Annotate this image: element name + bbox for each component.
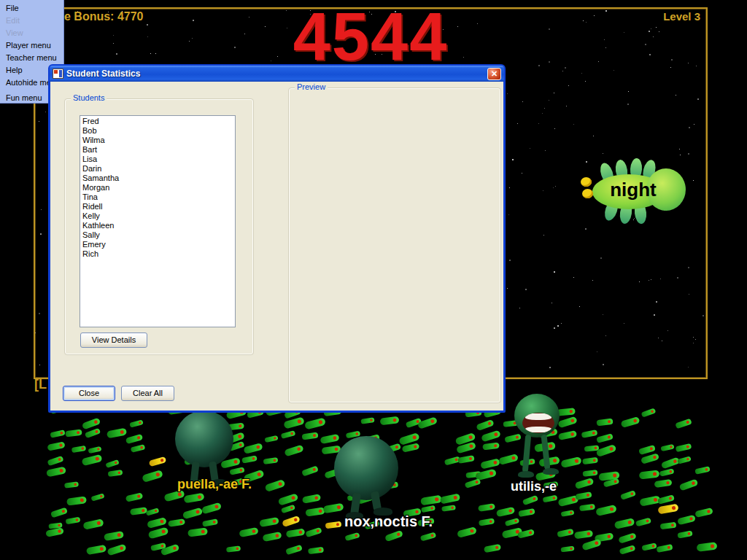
student-list-item[interactable]: Rich (82, 249, 235, 259)
swarm-bug (579, 504, 595, 512)
student-list-item[interactable]: Fred (82, 117, 235, 126)
swarm-bug (304, 417, 326, 429)
creature-leg (541, 435, 551, 470)
swarm-bug (283, 416, 305, 429)
star (677, 277, 678, 279)
star (695, 339, 696, 340)
student-list-item[interactable]: Ridell (82, 202, 235, 211)
swarm-bug (90, 493, 104, 501)
star (592, 280, 593, 281)
star (45, 112, 46, 112)
view-details-button[interactable]: View Details (80, 332, 147, 348)
creature-puella[interactable] (174, 411, 239, 483)
swarm-bug (50, 508, 68, 518)
swarm-bug (660, 444, 674, 451)
star (530, 148, 530, 149)
student-list-item[interactable]: Kathleen (82, 221, 235, 230)
creature-nox[interactable] (330, 436, 410, 520)
star (573, 277, 574, 278)
menu-item-player-menu[interactable]: Player menu (0, 39, 63, 52)
swarm-bug (476, 419, 495, 431)
swarm-bug (440, 493, 461, 504)
swarm-bug (496, 507, 515, 518)
star (519, 308, 520, 308)
swarm-bug (182, 508, 203, 520)
student-list-item[interactable]: Bob (82, 126, 235, 136)
swarm-bug (581, 429, 598, 438)
preview-groupbox: Preview (288, 88, 501, 403)
swarm-bug (480, 458, 500, 469)
clear-all-button[interactable]: Clear All (121, 386, 174, 401)
star (568, 85, 569, 86)
student-list-item[interactable]: Kelly (82, 211, 235, 221)
swarm-bug (694, 466, 711, 475)
star (553, 187, 554, 188)
vocab-creature-night[interactable]: night (576, 157, 686, 226)
star (543, 190, 543, 191)
creature-teeth (525, 413, 552, 419)
students-group-label: Students (71, 93, 107, 102)
star (554, 93, 554, 93)
swarm-bug (226, 545, 241, 552)
creature-label-nox: nox,noctis F. (344, 513, 433, 530)
swarm-bug (417, 416, 438, 429)
student-listbox[interactable]: FredBobWilmaBartLisaDarinSamanthaMorganT… (80, 115, 236, 327)
creature-utilis[interactable] (511, 394, 565, 481)
swarm-bug (677, 515, 696, 526)
student-list-item[interactable]: Sally (82, 230, 235, 240)
corner-label: [L (34, 377, 47, 392)
star (603, 364, 604, 365)
vocab-word: night (589, 179, 677, 201)
swarm-bug (420, 495, 442, 506)
swarm-bug (679, 478, 699, 491)
star (522, 101, 523, 102)
star (680, 155, 681, 155)
student-list-item[interactable]: Morgan (82, 183, 235, 192)
star (603, 153, 603, 154)
star (542, 113, 543, 114)
swarm-bug (131, 444, 146, 453)
student-list-item[interactable]: Wilma (82, 136, 235, 145)
student-list-item[interactable]: Tina (82, 192, 235, 202)
swarm-bug (574, 530, 593, 540)
star (525, 289, 527, 290)
swarm-bug (278, 493, 299, 506)
star (561, 323, 562, 324)
star (654, 314, 655, 316)
student-list-item[interactable]: Bart (82, 145, 235, 155)
student-list-item[interactable]: Samantha (82, 174, 235, 183)
swarm-bug (86, 545, 107, 555)
student-list-item[interactable]: Emery (82, 240, 235, 249)
swarm-bug (168, 518, 185, 527)
star (549, 100, 549, 101)
star (662, 341, 662, 341)
close-button[interactable]: Close (63, 386, 115, 401)
swarm-bug (595, 505, 617, 516)
swarm-bug (659, 468, 675, 476)
swarm-bug (202, 518, 218, 527)
star (688, 267, 689, 268)
swarm-bug (654, 479, 673, 488)
swarm-bug (641, 408, 657, 417)
swarm-bug (47, 456, 63, 467)
star (651, 279, 651, 280)
menu-item-file[interactable]: File (0, 2, 63, 15)
dialog-title-bar[interactable]: Student Statistics ✕ (50, 66, 504, 82)
swarm-bug (656, 544, 673, 553)
swarm-bug (286, 528, 306, 537)
swarm-bug (457, 526, 477, 538)
menu-item-teacher-menu[interactable]: Teacher menu (0, 52, 63, 64)
swarm-bug (676, 443, 692, 452)
student-list-item[interactable]: Lisa (82, 155, 235, 164)
star (544, 108, 545, 109)
swarm-bug (595, 444, 616, 457)
swarm-bug (575, 478, 595, 489)
swarm-bug (305, 527, 322, 537)
swarm-bug (575, 491, 592, 500)
creature-leg (522, 435, 532, 472)
swarm-bug (302, 494, 321, 504)
student-list-item[interactable]: Darin (82, 164, 235, 174)
swarm-bug (677, 456, 692, 464)
close-icon[interactable]: ✕ (487, 68, 501, 80)
swarm-bug (241, 455, 258, 463)
